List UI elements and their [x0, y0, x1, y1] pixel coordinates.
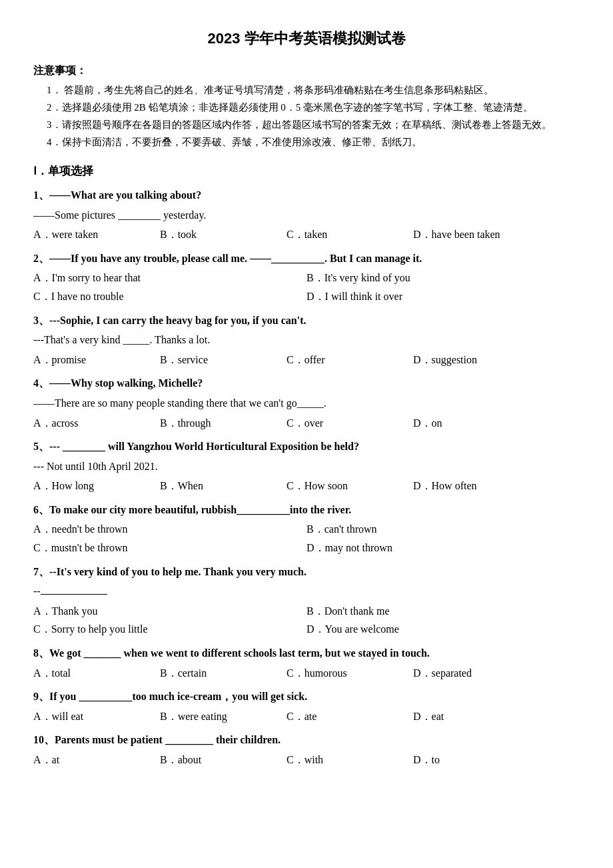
option-5d: D．How often: [413, 477, 520, 495]
section1: Ⅰ．单项选择 1、——What are you talking about? —…: [33, 162, 580, 769]
option-4c: C．over: [287, 415, 393, 432]
question-6: 6、To make our city more beautiful, rubbi…: [33, 501, 580, 557]
option-1c: C．taken: [287, 226, 393, 243]
option-9b: B．were eating: [160, 708, 267, 725]
question-4-stem: 4、——Why stop walking, Michelle?: [33, 375, 580, 392]
notice-item-3: 3．请按照题号顺序在各题目的答题区域内作答，超出答题区域书写的答案无效；在草稿纸…: [47, 117, 580, 133]
option-7a: A．Thank you: [33, 603, 306, 620]
option-5c: C．How soon: [287, 477, 393, 495]
question-5-stem: 5、--- ________ will Yangzhou World Horti…: [33, 438, 580, 455]
question-9-stem: 9、If you __________too much ice-cream，yo…: [33, 688, 580, 705]
option-3a: A．promise: [33, 351, 140, 369]
option-10d: D．to: [413, 751, 520, 769]
option-7b: B．Don't thank me: [306, 603, 580, 620]
option-5b: B．When: [160, 477, 267, 495]
option-1d: D．have been taken: [413, 226, 520, 243]
option-6a: A．needn't be thrown: [33, 521, 306, 538]
option-10a: A．at: [33, 751, 140, 769]
question-6-stem: 6、To make our city more beautiful, rubbi…: [33, 501, 580, 519]
question-5-options: A．How long B．When C．How soon D．How often: [33, 477, 580, 495]
option-1a: A．were taken: [33, 226, 140, 243]
question-5: 5、--- ________ will Yangzhou World Horti…: [33, 438, 580, 495]
question-3: 3、---Sophie, I can carry the heavy bag f…: [33, 312, 580, 369]
option-7d: D．You are welcome: [306, 621, 580, 638]
question-7-options: A．Thank you B．Don't thank me C．Sorry to …: [33, 603, 580, 638]
option-10b: B．about: [160, 751, 267, 769]
option-3c: C．offer: [287, 351, 393, 369]
question-8-options: A．total B．certain C．humorous D．separated: [33, 665, 580, 682]
option-2a: A．I'm sorry to hear that: [33, 269, 306, 287]
question-9-options: A．will eat B．were eating C．ate D．eat: [33, 708, 580, 725]
question-1: 1、——What are you talking about? ——Some p…: [33, 187, 580, 243]
question-6-options: A．needn't be thrown B．can't thrown C．mus…: [33, 521, 580, 556]
option-6c: C．mustn't be thrown: [33, 539, 306, 557]
notice-item-4: 4．保持卡面清洁，不要折叠，不要弄破、弄皱，不准使用涂改液、修正带、刮纸刀。: [47, 134, 580, 150]
question-5-sub: --- Not until 10th April 2021.: [33, 458, 580, 475]
question-7-stem: 7、--It's very kind of you to help me. Th…: [33, 563, 580, 581]
option-10c: C．with: [287, 751, 393, 769]
option-9a: A．will eat: [33, 708, 140, 725]
question-1-sub: ——Some pictures ________ yesterday.: [33, 207, 580, 224]
question-7-sub: --: [33, 583, 580, 600]
option-3b: B．service: [160, 351, 267, 369]
question-3-sub: ---That's a very kind _____. Thanks a lo…: [33, 331, 580, 349]
option-8d: D．separated: [413, 665, 520, 682]
question-3-stem: 3、---Sophie, I can carry the heavy bag f…: [33, 312, 580, 329]
option-4b: B．through: [160, 415, 267, 432]
question-10-stem: 10、Parents must be patient _________ the…: [33, 731, 580, 749]
option-6d: D．may not thrown: [306, 539, 580, 557]
option-9d: D．eat: [413, 708, 520, 725]
option-8a: A．total: [33, 665, 140, 682]
option-2b: B．It's very kind of you: [306, 269, 580, 287]
option-3d: D．suggestion: [413, 351, 520, 369]
notice-section: 注意事项： 1． 答题前，考生先将自己的姓名、准考证号填写清楚，将条形码准确粘贴…: [33, 62, 580, 150]
question-2-options: A．I'm sorry to hear that B．It's very kin…: [33, 269, 580, 305]
notice-title: 注意事项：: [33, 62, 580, 79]
option-2c: C．I have no trouble: [33, 288, 306, 305]
section1-title: Ⅰ．单项选择: [33, 162, 580, 180]
option-1b: B．took: [160, 226, 267, 243]
question-9: 9、If you __________too much ice-cream，yo…: [33, 688, 580, 725]
question-7: 7、--It's very kind of you to help me. Th…: [33, 563, 580, 638]
option-6b: B．can't thrown: [306, 521, 580, 538]
question-4: 4、——Why stop walking, Michelle? ——There …: [33, 375, 580, 431]
option-4d: D．on: [413, 415, 520, 432]
option-8c: C．humorous: [287, 665, 393, 682]
option-4a: A．across: [33, 415, 140, 432]
question-2: 2、——If you have any trouble, please call…: [33, 250, 580, 305]
question-1-stem: 1、——What are you talking about?: [33, 187, 580, 204]
option-2d: D．I will think it over: [306, 288, 580, 305]
question-10: 10、Parents must be patient _________ the…: [33, 731, 580, 768]
question-2-stem: 2、——If you have any trouble, please call…: [33, 250, 580, 267]
question-10-options: A．at B．about C．with D．to: [33, 751, 580, 769]
notice-item-1: 1． 答题前，考生先将自己的姓名、准考证号填写清楚，将条形码准确粘贴在考生信息条…: [47, 82, 580, 98]
notice-item-2: 2．选择题必须使用 2B 铅笔填涂；非选择题必须使用 0．5 毫米黑色字迹的签字…: [47, 99, 580, 115]
question-1-options: A．were taken B．took C．taken D．have been …: [33, 226, 580, 243]
option-8b: B．certain: [160, 665, 267, 682]
question-4-options: A．across B．through C．over D．on: [33, 415, 580, 432]
option-7c: C．Sorry to help you little: [33, 621, 306, 638]
option-9c: C．ate: [287, 708, 393, 725]
page-title: 2023 学年中考英语模拟测试卷: [33, 27, 580, 50]
question-8-stem: 8、We got _______ when we went to differe…: [33, 645, 580, 662]
question-4-sub: ——There are so many people standing ther…: [33, 395, 580, 412]
question-8: 8、We got _______ when we went to differe…: [33, 645, 580, 681]
option-5a: A．How long: [33, 477, 140, 495]
question-3-options: A．promise B．service C．offer D．suggestion: [33, 351, 580, 369]
